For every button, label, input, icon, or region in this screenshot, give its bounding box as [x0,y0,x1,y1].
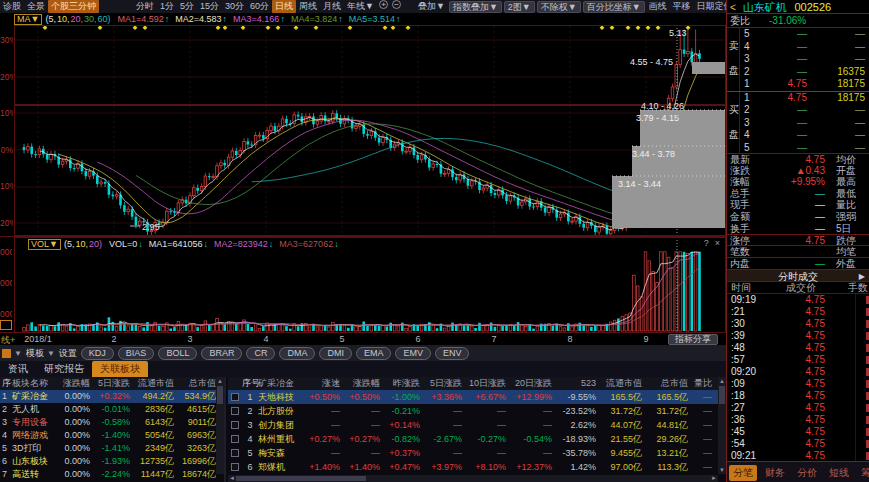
checkbox[interactable] [228,460,242,474]
quote-tab[interactable]: 短线 [825,465,853,481]
order-row[interactable]: 4—— [741,129,869,142]
period-button[interactable]: 15分 [197,0,222,13]
scroll-thumb[interactable] [719,386,725,404]
trades-list[interactable]: 09:194.75:214.75:304.75:394.75:484.75:57… [727,294,869,462]
period-button[interactable]: 分时 [133,0,157,13]
order-row[interactable]: 14.7518175 [741,92,869,105]
order-row[interactable]: 5—— [741,142,869,155]
horizontal-scrollbar[interactable]: ◄► [228,475,718,482]
period-button[interactable]: 1分 [157,0,177,13]
scroll-down-icon[interactable]: ▼ [718,466,726,474]
scroll-left-icon[interactable]: ◄ [229,475,235,482]
checkbox[interactable] [228,404,242,418]
volume-chart[interactable] [14,237,726,333]
trade-row[interactable]: :274.75 [727,402,869,414]
toolbar-button[interactable]: 日期定位 [694,0,726,13]
indicator-pill[interactable]: KDJ [81,347,114,360]
table-row[interactable]: 4林州重机+0.27%+0.27%-0.82%-2.67%-0.27%-0.54… [228,432,726,446]
trade-row[interactable]: :454.75 [727,426,869,438]
zoom-out-button[interactable]: − [392,0,401,9]
back-arrow-icon[interactable]: < [730,2,736,13]
toolbar-button[interactable]: 2图▼ [504,1,535,13]
candlestick-chart[interactable]: 5.134.55 - 4.754.10 - 4.263.79 - 4.153.4… [14,25,726,236]
info-tab[interactable]: 资讯 [0,361,36,377]
chevron-down-icon[interactable]: ▼ [47,349,55,358]
checkbox[interactable] [228,418,242,432]
order-row[interactable]: 3—— [741,117,869,130]
scroll-thumb[interactable] [236,476,366,481]
order-row[interactable]: 3—— [741,53,869,66]
toolbar-button[interactable]: 不除权▼ [537,1,581,13]
table-row[interactable]: 6山东板块0.00%-1.93%12735亿16996亿 [0,455,224,468]
ma-selector[interactable]: MA▼ [14,14,42,25]
period-button[interactable]: 年线▼ [344,0,377,13]
help-icon[interactable]: ? [704,238,709,248]
table-row[interactable]: 6郑煤机+1.40%+1.40%+0.47%+3.97%+8.10%+12.37… [228,460,726,474]
order-row[interactable]: 4—— [741,41,869,54]
trade-row[interactable]: 09:204.75 [727,366,869,378]
trade-row[interactable]: 09:194.75 [727,294,869,306]
indicator-pill[interactable]: BOLL [158,347,197,360]
table-row[interactable]: 2无人机0.00%-0.01%2836亿4615亿 [0,403,224,416]
trade-row[interactable]: :094.75 [727,378,869,390]
scrollbar[interactable]: ▲▼ [718,377,726,474]
info-tab[interactable]: 研究报告 [36,361,92,377]
indicator-pill[interactable]: BRAR [201,347,242,360]
toolbar-button[interactable]: 画线 [646,0,670,13]
expand-arrow-icon[interactable]: ▶ [859,270,865,283]
toolbar-button[interactable]: 平移 [670,0,694,13]
order-row[interactable]: 2—— [741,104,869,117]
toolbar-button[interactable]: 指数叠加▼ [449,1,502,13]
table-row[interactable]: 2北方股份——-0.21%———-23.52%31.72亿31.72亿— [228,404,726,418]
table-row[interactable]: 4网络游戏0.00%-1.40%5054亿6963亿 [0,429,224,442]
quote-tab[interactable]: 财务 [761,465,789,481]
settings-button[interactable]: 设置 [59,347,77,360]
preset-icon[interactable] [2,349,11,358]
volume-pane[interactable]: VOL▼(5,10,20)VOL=0↓MA1=641056↓MA2=823942… [0,236,726,332]
table-row[interactable]: 7高送转0.00%-2.24%11447亿18674亿 [0,468,224,481]
period-button[interactable]: 60分 [247,0,272,13]
quote-tab[interactable]: 筹码 [857,465,869,481]
trade-row[interactable]: :184.75 [727,390,869,402]
price-chart-pane[interactable]: 5.134.55 - 4.754.10 - 4.263.79 - 4.153.4… [0,25,726,236]
period-button[interactable]: 5分 [177,0,197,13]
trade-row[interactable]: :574.75 [727,354,869,366]
trade-row[interactable]: :214.75 [727,306,869,318]
scroll-right-icon[interactable]: ► [711,475,717,482]
toolbar-button[interactable]: 叠加▼ [415,0,448,13]
trade-row[interactable]: :394.75 [727,330,869,342]
quote-tab[interactable]: 分笔 [729,465,757,481]
trade-row[interactable]: :484.75 [727,342,869,354]
zoom-in-button[interactable]: + [379,0,388,9]
scroll-up-icon[interactable]: ▲ [216,377,224,385]
period-button[interactable]: 周线 [296,0,320,13]
order-row[interactable]: 5—— [741,28,869,41]
indicator-pill[interactable]: BIAS [118,347,155,360]
order-row[interactable]: 2—16375 [741,66,869,79]
toolbar-button[interactable]: 个股三分钟 [48,0,99,13]
checkbox[interactable] [228,390,242,404]
checkbox[interactable] [228,432,242,446]
table-row[interactable]: 53D打印0.00%-1.41%2349亿3263亿 [0,442,224,455]
period-button[interactable]: 30分 [222,0,247,13]
indicator-pill[interactable]: EMV [395,347,431,360]
indicator-pill[interactable]: DMA [279,347,315,360]
scroll-thumb[interactable] [217,386,223,404]
indicator-pill[interactable]: DMI [319,347,352,360]
period-button[interactable]: 月线 [320,0,344,13]
table-row[interactable]: 3创力集团——+0.14%———2.62%44.07亿44.81亿— [228,418,726,432]
chevron-down-icon[interactable]: ▼ [14,349,22,358]
toolbar-button[interactable]: 百分比坐标▼ [583,1,645,13]
scrollbar[interactable]: ▲ [216,377,224,474]
indicator-pill[interactable]: EMA [356,347,392,360]
info-tab[interactable]: 关联板块 [92,361,148,377]
trade-row[interactable]: :544.75 [727,438,869,450]
table-row[interactable]: 1矿采冶金0.00%+0.32%494.2亿534.9亿 [0,390,224,403]
indicator-pill[interactable]: ENV [435,347,470,360]
template-dropdown[interactable]: 模板 [26,347,44,360]
period-button[interactable]: 日线 [272,0,296,13]
table-row[interactable]: 1天地科技+0.50%+0.50%-1.00%+3.36%+6.67%+12.9… [228,390,726,404]
close-icon[interactable]: × [715,238,720,248]
scroll-up-icon[interactable]: ▲ [718,377,726,385]
indicator-pill[interactable]: CR [246,347,275,360]
